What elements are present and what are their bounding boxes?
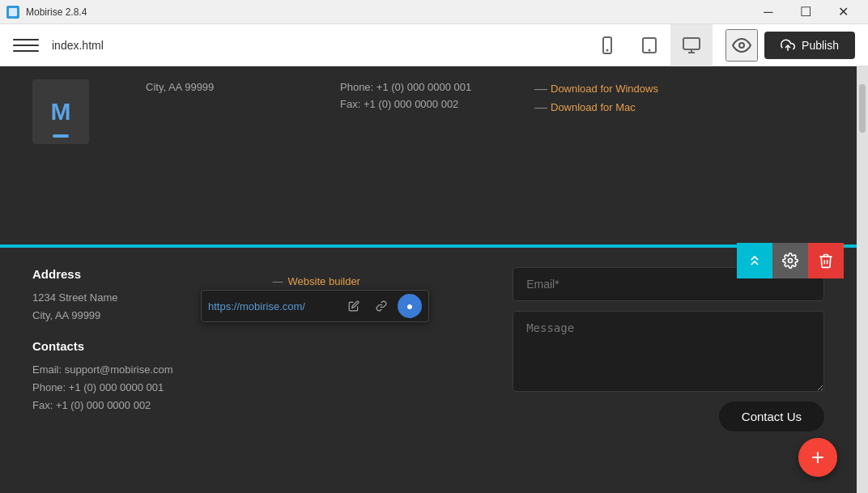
publish-label: Publish bbox=[802, 39, 839, 52]
window-controls[interactable]: ─ ☐ ✕ bbox=[750, 0, 862, 24]
maximize-button[interactable]: ☐ bbox=[787, 0, 824, 24]
hamburger-line-1 bbox=[13, 39, 39, 40]
dash-2: — bbox=[534, 100, 547, 115]
message-textarea[interactable] bbox=[513, 311, 824, 392]
footer-top-section: M City, AA 99999 Phone: +1 (0) 000 0000 … bbox=[0, 66, 857, 244]
contacts-title: Contacts bbox=[32, 339, 240, 353]
main-toolbar: index.html bbox=[0, 24, 868, 66]
block-toolbar bbox=[737, 243, 844, 278]
dash-1: — bbox=[534, 82, 547, 96]
confirm-url-button[interactable]: ● bbox=[398, 294, 422, 318]
minimize-button[interactable]: ─ bbox=[750, 0, 787, 24]
edit-url-button[interactable] bbox=[343, 295, 365, 317]
logo-letter: M bbox=[51, 98, 71, 125]
app-icon bbox=[6, 6, 19, 19]
vertical-scrollbar[interactable] bbox=[857, 66, 868, 493]
link-url-button[interactable] bbox=[370, 295, 393, 317]
website-builder-row: — Website builder bbox=[273, 275, 481, 287]
top-fax: Fax: +1 (0) 000 0000 002 bbox=[340, 96, 502, 113]
hamburger-line-3 bbox=[13, 50, 39, 52]
top-download-mac-row: — Download for Mac bbox=[534, 98, 696, 117]
file-tab[interactable]: index.html bbox=[52, 39, 104, 52]
block-settings-button[interactable] bbox=[772, 243, 808, 278]
hamburger-line-2 bbox=[13, 45, 39, 46]
top-download-windows-link[interactable]: Download for Windows bbox=[551, 79, 658, 98]
top-city: City, AA 99999 bbox=[146, 81, 214, 93]
footer-form: Contact Us bbox=[513, 267, 824, 431]
titlebar: Mobirise 2.8.4 ─ ☐ ✕ bbox=[0, 0, 868, 24]
publish-button[interactable]: Publish bbox=[764, 32, 855, 59]
mobile-view-button[interactable] bbox=[586, 24, 628, 66]
fab-plus-icon: + bbox=[811, 446, 824, 469]
main-area: M City, AA 99999 Phone: +1 (0) 000 0000 … bbox=[0, 66, 868, 493]
tablet-view-button[interactable] bbox=[628, 24, 670, 66]
top-download-windows-row: — Download for Windows bbox=[534, 79, 696, 98]
preview-button[interactable] bbox=[725, 29, 758, 62]
svg-rect-5 bbox=[683, 38, 700, 49]
desktop-view-button[interactable] bbox=[670, 24, 713, 66]
phone-text: Phone: +1 (0) 000 0000 001 bbox=[32, 379, 240, 397]
url-display: https://mobirise.com/ bbox=[208, 300, 338, 312]
footer-top-address: City, AA 99999 bbox=[146, 79, 308, 96]
contact-us-button[interactable]: Contact Us bbox=[719, 402, 824, 431]
block-move-button[interactable] bbox=[737, 243, 772, 278]
add-block-fab[interactable]: + bbox=[798, 438, 837, 477]
url-popup: https://mobirise.com/ ● bbox=[201, 290, 429, 322]
logo-decoration bbox=[53, 134, 69, 138]
address-title: Address bbox=[32, 267, 240, 281]
logo-area: M bbox=[32, 79, 113, 144]
dash-icon-1: — bbox=[273, 275, 283, 287]
svg-rect-0 bbox=[9, 8, 17, 16]
menu-button[interactable] bbox=[13, 32, 39, 58]
top-download-mac-link[interactable]: Download for Mac bbox=[551, 98, 636, 117]
footer-main-section: Address 1234 Street Name City, AA 99999 … bbox=[0, 248, 857, 493]
website-builder-link[interactable]: Website builder bbox=[288, 275, 360, 287]
top-phone: Phone: +1 (0) 000 0000 001 bbox=[340, 79, 502, 96]
app-title: Mobirise 2.8.4 bbox=[26, 6, 750, 18]
email-text: Email: support@mobirise.com bbox=[32, 361, 240, 379]
footer-top-links: — Download for Windows — Download for Ma… bbox=[534, 79, 696, 117]
block-delete-button[interactable] bbox=[808, 243, 844, 278]
fax-text: Fax: +1 (0) 000 0000 002 bbox=[32, 397, 240, 414]
close-button[interactable]: ✕ bbox=[824, 0, 862, 24]
content-area: M City, AA 99999 Phone: +1 (0) 000 0000 … bbox=[0, 66, 857, 493]
svg-point-8 bbox=[739, 43, 744, 48]
scrollbar-thumb[interactable] bbox=[859, 84, 866, 133]
svg-point-10 bbox=[789, 259, 793, 263]
device-switcher bbox=[586, 24, 713, 66]
footer-top-contact: Phone: +1 (0) 000 0000 001 Fax: +1 (0) 0… bbox=[340, 79, 502, 113]
site-logo: M bbox=[32, 79, 89, 144]
